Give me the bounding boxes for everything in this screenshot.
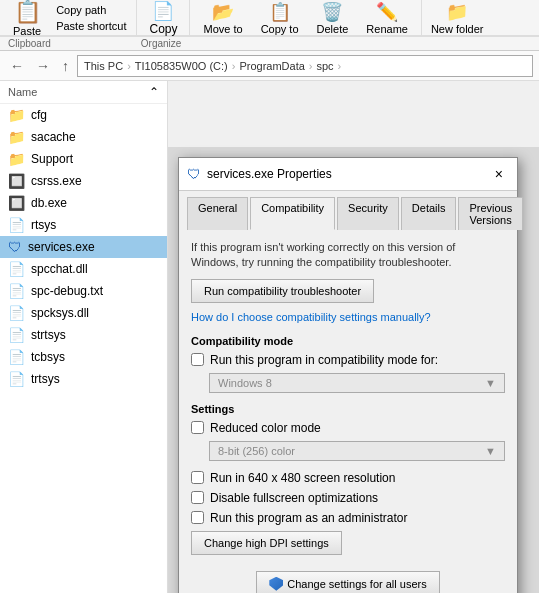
item-name: spcksys.dll [31,306,89,320]
disable-fullscreen-label: Disable fullscreen optimizations [210,491,378,505]
delete-button[interactable]: 🗑️ Delete [308,0,358,35]
compat-mode-section: Compatibility mode Run this program in c… [191,335,505,393]
copy-path-label: Copy path [56,4,106,16]
exe-icon: 🔲 [8,195,25,211]
run-admin-checkbox[interactable] [191,511,204,524]
paste-shortcut-button[interactable]: Paste shortcut [50,18,132,34]
settings-label: Settings [191,403,505,415]
main-area: Name ⌃ 📁 cfg 📁 sacache 📁 Support 🔲 csrss… [0,81,539,593]
reduced-color-checkbox[interactable] [191,421,204,434]
change-all-users-area: Change settings for all users [191,563,505,593]
copy-group: 📄 Copy [137,0,190,35]
run-640-checkbox[interactable] [191,471,204,484]
up-button[interactable]: ↑ [58,56,73,76]
collapse-button[interactable]: ⌃ [149,85,159,99]
exe-icon: 🔲 [8,173,25,189]
move-to-button[interactable]: 📂 Move to [194,0,251,35]
list-item[interactable]: 📁 cfg [0,104,167,126]
delete-label: Delete [317,23,349,35]
path-drive: TI105835W0O (C:) [135,60,228,72]
move-to-label: Move to [203,23,242,35]
dialog-overlay: 🛡 services.exe Properties × General Comp… [168,147,539,593]
services-icon: 🛡 [8,239,22,255]
list-item[interactable]: 📄 tcbsys [0,346,167,368]
reduced-color-label: Reduced color mode [210,421,321,435]
properties-dialog: 🛡 services.exe Properties × General Comp… [178,157,518,593]
dialog-content: If this program isn't working correctly … [179,230,517,593]
windows-version-dropdown[interactable]: Windows 8 ▼ [209,373,505,393]
list-item[interactable]: 📁 Support [0,148,167,170]
clipboard-group: 📋 Paste Copy path Paste shortcut [0,0,137,35]
delete-icon: 🗑️ [321,1,343,23]
dialog-title-text: services.exe Properties [207,167,332,181]
new-folder-button[interactable]: 📁 New folder [422,0,493,35]
file-icon: 📄 [8,217,25,233]
windows-version-value: Windows 8 [218,377,272,389]
item-name: cfg [31,108,47,122]
list-item[interactable]: 📄 spcchat.dll [0,258,167,280]
file-icon: 📄 [8,349,25,365]
copy-button[interactable]: 📄 Copy [141,0,185,35]
file-icon: 📄 [8,305,25,321]
run-640-label: Run in 640 x 480 screen resolution [210,471,395,485]
copy-label: Copy [149,22,177,36]
list-item[interactable]: 📄 spcksys.dll [0,302,167,324]
item-name: trtsys [31,372,60,386]
tab-compatibility[interactable]: Compatibility [250,197,335,230]
list-item[interactable]: 🔲 db.exe [0,192,167,214]
copy-to-label: Copy to [261,23,299,35]
item-name: Support [31,152,73,166]
list-item[interactable]: 📄 rtsys [0,214,167,236]
color-mode-dropdown[interactable]: 8-bit (256) color ▼ [209,441,505,461]
run-troubleshooter-button[interactable]: Run compatibility troubleshooter [191,279,374,303]
tab-security[interactable]: Security [337,197,399,230]
list-item[interactable]: 📄 trtsys [0,368,167,390]
tab-general[interactable]: General [187,197,248,230]
folder-icon: 📁 [8,107,25,123]
path-programdata: ProgramData [239,60,304,72]
run-640-row: Run in 640 x 480 screen resolution [191,471,505,485]
change-dpi-button[interactable]: Change high DPI settings [191,531,342,555]
run-compat-checkbox[interactable] [191,353,204,366]
change-all-users-button[interactable]: Change settings for all users [256,571,439,593]
tab-previous-versions[interactable]: Previous Versions [458,197,523,230]
paste-button[interactable]: 📋 Paste [4,2,50,33]
disable-fullscreen-row: Disable fullscreen optimizations [191,491,505,505]
rename-button[interactable]: ✏️ Rename [357,0,417,35]
back-button[interactable]: ← [6,56,28,76]
paste-icon: 📋 [14,0,41,25]
forward-button[interactable]: → [32,56,54,76]
clipboard-label: Clipboard [8,38,51,49]
dialog-close-button[interactable]: × [489,164,509,184]
dialog-tabs: General Compatibility Security Details P… [179,191,517,230]
file-icon: 📄 [8,283,25,299]
list-item[interactable]: 📁 sacache [0,126,167,148]
file-icon: 📄 [8,371,25,387]
list-item-selected[interactable]: 🛡 services.exe [0,236,167,258]
list-item[interactable]: 📄 spc-debug.txt [0,280,167,302]
name-column-header: Name [8,86,37,98]
list-item[interactable]: 📄 strtsys [0,324,167,346]
copy-to-icon: 📋 [269,1,291,23]
copy-path-button[interactable]: Copy path [50,2,132,18]
item-name: rtsys [31,218,56,232]
disable-fullscreen-checkbox[interactable] [191,491,204,504]
tab-details[interactable]: Details [401,197,457,230]
copy-to-button[interactable]: 📋 Copy to [252,0,308,35]
file-icon: 📄 [8,261,25,277]
paste-shortcut-label: Paste shortcut [56,20,126,32]
dialog-title-icon: 🛡 [187,166,201,182]
rename-label: Rename [366,23,408,35]
dialog-title-bar: 🛡 services.exe Properties × [179,158,517,191]
address-path[interactable]: This PC › TI105835W0O (C:) › ProgramData… [77,55,533,77]
folder-icon: 📁 [8,151,25,167]
shield-icon [269,577,283,591]
path-spc: spc [316,60,333,72]
list-item[interactable]: 🔲 csrss.exe [0,170,167,192]
paste-label: Paste [13,25,41,37]
ribbon-labels: Clipboard Organize [0,36,539,50]
color-mode-value: 8-bit (256) color [218,445,295,457]
copy-icon: 📄 [152,0,174,22]
manual-settings-link[interactable]: How do I choose compatibility settings m… [191,311,505,323]
compat-mode-label: Compatibility mode [191,335,505,347]
